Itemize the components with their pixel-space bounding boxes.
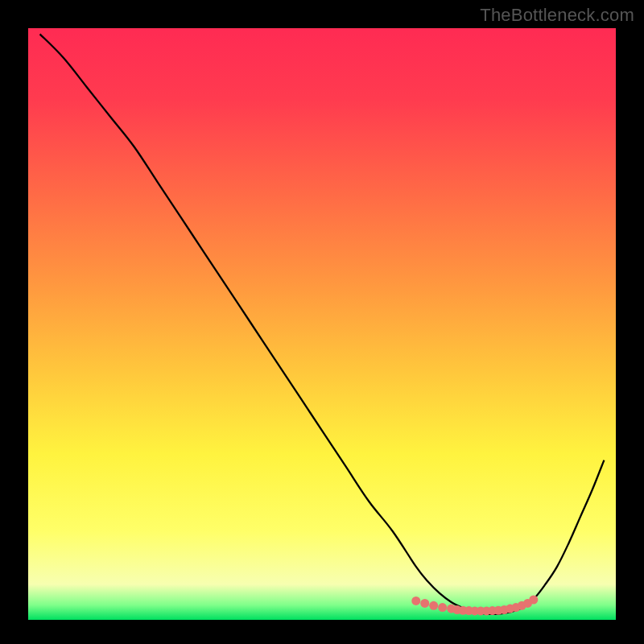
bottleneck-chart xyxy=(0,0,644,644)
optimal-marker-dot xyxy=(529,596,538,605)
optimal-marker-dot xyxy=(429,601,438,610)
watermark-text: TheBottleneck.com xyxy=(480,5,634,26)
optimal-marker-dot xyxy=(420,599,429,608)
optimal-marker-dot xyxy=(411,597,420,605)
plot-background xyxy=(28,28,616,620)
chart-container: TheBottleneck.com xyxy=(0,0,644,644)
optimal-marker-dot xyxy=(438,603,447,612)
